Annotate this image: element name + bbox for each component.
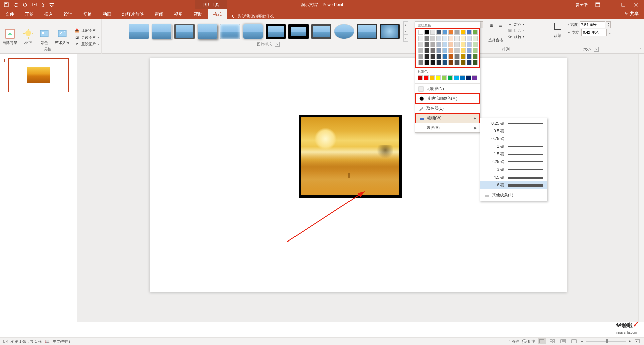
weight-option-05[interactable]: 0.5 磅 (480, 127, 547, 135)
language-indicator[interactable]: 中文(中国) (53, 339, 70, 344)
reset-picture-button[interactable]: ↺重设图片▾ (72, 41, 101, 47)
color-swatch[interactable] (418, 60, 423, 65)
compress-pictures-button[interactable]: 📥压缩图片 (72, 27, 101, 34)
picture-style-item[interactable] (288, 24, 309, 39)
normal-view-button[interactable] (538, 338, 546, 344)
change-picture-button[interactable]: 🖼更改图片▾ (72, 34, 101, 41)
slide-thumbnail-1[interactable] (8, 58, 69, 92)
color-swatch[interactable] (430, 75, 435, 80)
tell-me-search[interactable]: 告诉我你想要做什么 (227, 14, 278, 19)
tab-help[interactable]: 帮助 (188, 9, 208, 19)
color-swatch[interactable] (473, 60, 478, 65)
color-swatch[interactable] (424, 60, 429, 65)
artistic-effects-button[interactable]: 艺术效果 (52, 27, 72, 46)
align-button[interactable]: ≡对齐▾ (505, 21, 526, 27)
color-swatch[interactable] (436, 36, 441, 41)
picture-styles-gallery[interactable]: ▴▾▾ (127, 19, 409, 42)
color-swatch[interactable] (448, 54, 453, 59)
color-swatch[interactable] (418, 42, 423, 47)
color-swatch[interactable] (448, 30, 453, 35)
picture-style-item[interactable] (311, 24, 331, 39)
color-swatch[interactable] (460, 75, 465, 80)
color-swatch[interactable] (454, 42, 460, 47)
dashes-item[interactable]: 虚线(S) ▶ (415, 123, 480, 132)
crop-button[interactable]: 裁剪 (549, 20, 566, 39)
color-swatch[interactable] (418, 36, 423, 41)
color-swatch[interactable] (424, 42, 429, 47)
color-swatch[interactable] (424, 54, 429, 59)
maximize-button[interactable] (617, 1, 629, 9)
color-swatch[interactable] (442, 60, 447, 65)
no-outline-item[interactable]: 无轮廓(N) (415, 84, 480, 93)
color-swatch[interactable] (461, 36, 466, 41)
color-swatch[interactable] (448, 36, 453, 41)
selection-pane-button[interactable]: 选择窗格 (486, 37, 505, 43)
height-spin[interactable]: ▴▾ (606, 21, 611, 28)
picture-style-item[interactable] (357, 24, 377, 39)
weight-option-225[interactable]: 2.25 磅 (480, 158, 547, 166)
color-swatch[interactable] (467, 30, 472, 35)
color-swatch[interactable] (418, 75, 423, 80)
color-swatch[interactable] (430, 42, 435, 47)
color-swatch[interactable] (454, 48, 460, 53)
slide-canvas-area[interactable] (77, 54, 644, 322)
color-swatch[interactable] (436, 48, 441, 53)
picture-style-item[interactable] (334, 24, 354, 39)
color-swatch[interactable] (473, 30, 478, 35)
picture-style-item[interactable] (174, 24, 195, 39)
color-swatch[interactable] (424, 30, 429, 35)
color-swatch[interactable] (448, 60, 453, 65)
comments-button[interactable]: 💬 批注 (522, 339, 535, 344)
color-swatch[interactable] (442, 30, 447, 35)
color-swatch[interactable] (461, 48, 466, 53)
color-swatch[interactable] (472, 75, 477, 80)
color-swatch[interactable] (430, 48, 435, 53)
weight-option-025[interactable]: 0.25 磅 (480, 120, 547, 127)
picture-style-item[interactable] (380, 24, 400, 39)
picture-style-item[interactable] (152, 24, 172, 39)
picture-style-item[interactable] (220, 24, 240, 39)
color-swatch[interactable] (461, 30, 466, 35)
color-swatch[interactable] (454, 36, 460, 41)
picture-styles-launcher[interactable]: ↘ (275, 42, 280, 47)
color-swatch[interactable] (442, 54, 447, 59)
color-swatch[interactable] (436, 75, 441, 80)
color-swatch[interactable] (430, 54, 435, 59)
rotate-button[interactable]: ⟳旋转▾ (505, 33, 526, 40)
tab-transitions[interactable]: 切换 (78, 9, 97, 19)
tab-file[interactable]: 文件 (0, 9, 19, 19)
save-button[interactable] (2, 1, 11, 9)
tab-format[interactable]: 格式 (208, 9, 227, 19)
width-spin[interactable]: ▴▾ (608, 29, 612, 36)
share-button[interactable]: 共享 (624, 11, 639, 17)
height-input[interactable] (580, 21, 605, 28)
weight-option-45[interactable]: 4.5 磅 (480, 174, 547, 181)
color-swatch[interactable] (424, 48, 429, 53)
picture-style-item[interactable] (243, 24, 263, 39)
color-swatch[interactable] (424, 36, 429, 41)
tab-view[interactable]: 视图 (169, 9, 188, 19)
color-swatch[interactable] (442, 36, 447, 41)
size-launcher[interactable]: ↘ (594, 47, 599, 52)
vertical-scrollbar[interactable] (638, 54, 644, 322)
color-swatch[interactable] (454, 30, 460, 35)
color-swatch[interactable] (436, 30, 441, 35)
slide-sorter-view-button[interactable] (548, 338, 556, 344)
color-swatch[interactable] (467, 60, 472, 65)
color-swatch[interactable] (448, 48, 453, 53)
color-swatch[interactable] (473, 54, 478, 59)
fit-to-window-button[interactable] (633, 338, 641, 344)
undo-button[interactable] (11, 1, 20, 9)
collapse-ribbon-button[interactable]: ˄ (637, 48, 643, 52)
tab-home[interactable]: 开始 (19, 9, 39, 19)
color-swatch[interactable] (454, 60, 460, 65)
spell-check-icon[interactable]: 📖 (45, 339, 50, 344)
qat-customize-dropdown[interactable] (49, 1, 54, 9)
color-swatch[interactable] (473, 48, 478, 53)
picture-style-item[interactable] (197, 24, 217, 39)
color-swatch[interactable] (461, 42, 466, 47)
more-lines-item[interactable]: 其他线条(L)... (480, 191, 547, 200)
corrections-button[interactable]: 校正 (20, 27, 36, 46)
color-swatch[interactable] (467, 42, 472, 47)
color-swatch[interactable] (418, 54, 423, 59)
